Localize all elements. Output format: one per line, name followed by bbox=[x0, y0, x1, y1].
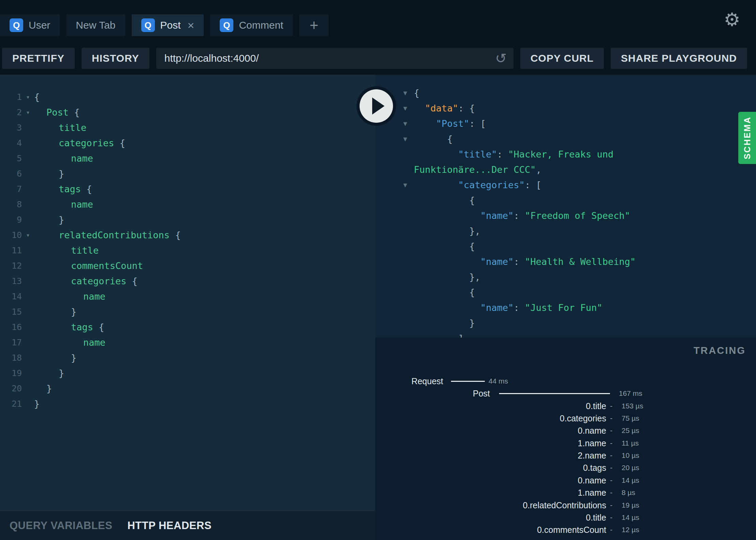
response-line: Funktionäre...Der CCC", bbox=[375, 162, 756, 177]
collapse-arrow-icon[interactable]: ▼ bbox=[403, 116, 407, 131]
copy-curl-button[interactable]: COPY CURL bbox=[520, 48, 604, 69]
code-token: { bbox=[74, 107, 79, 118]
line-number: 4 bbox=[0, 135, 22, 151]
tracing-row-label: 0.title bbox=[375, 400, 606, 412]
tracing-row-label: 1.name bbox=[375, 437, 606, 449]
code-text: } bbox=[34, 350, 76, 365]
history-button[interactable]: HISTORY bbox=[82, 48, 149, 69]
code-token: : [ bbox=[525, 180, 541, 190]
fold-gutter bbox=[22, 350, 34, 365]
code-token: categories bbox=[71, 276, 132, 286]
fold-arrow-icon[interactable]: ▾ bbox=[22, 105, 34, 120]
response-line: ▼ "Post": [ bbox=[375, 116, 756, 131]
fold-gutter bbox=[22, 120, 34, 135]
fold-arrow-icon[interactable]: ▾ bbox=[22, 227, 34, 243]
code-token: { bbox=[132, 276, 137, 286]
code-token: { bbox=[86, 184, 92, 194]
collapse-arrow-icon[interactable]: ▼ bbox=[403, 101, 407, 116]
query-variables-tab[interactable]: QUERY VARIABLES bbox=[10, 520, 112, 532]
prettify-button[interactable]: PRETTIFY bbox=[2, 48, 75, 69]
fold-gutter bbox=[22, 304, 34, 319]
tab-new-tab[interactable]: New Tab bbox=[66, 14, 125, 36]
tracing-row-label: 0.title bbox=[375, 511, 606, 524]
code-text: { bbox=[34, 89, 40, 105]
response-line: { bbox=[375, 285, 756, 300]
tracing-row-time: 167 ms bbox=[619, 387, 642, 400]
response-line: { bbox=[375, 193, 756, 208]
code-token: categories bbox=[59, 138, 120, 148]
fold-arrow-icon[interactable]: ▾ bbox=[22, 89, 34, 105]
code-text: relatedContributions { bbox=[34, 227, 181, 243]
play-icon bbox=[356, 86, 397, 126]
fold-gutter bbox=[22, 258, 34, 273]
code-token: ], bbox=[414, 333, 469, 338]
http-headers-tab[interactable]: HTTP HEADERS bbox=[127, 520, 212, 532]
code-token: name bbox=[83, 291, 105, 302]
close-tab-icon[interactable]: × bbox=[188, 19, 194, 31]
collapse-arrow-icon[interactable]: ▼ bbox=[403, 131, 407, 147]
editor-line: 7tags { bbox=[0, 181, 375, 197]
response-lines: ▼{▼ "data": {▼ "Post": [▼ { "title": "Ha… bbox=[375, 85, 756, 338]
code-token: { bbox=[414, 241, 475, 252]
code-token: { bbox=[414, 195, 475, 206]
editor-line: 4categories { bbox=[0, 135, 375, 151]
share-playground-button[interactable]: SHARE PLAYGROUND bbox=[611, 48, 747, 69]
tab-comment[interactable]: QComment bbox=[210, 14, 293, 36]
collapse-arrow-icon[interactable]: ▼ bbox=[403, 85, 407, 101]
settings-gear-icon[interactable]: ⚙ bbox=[724, 10, 740, 29]
code-token: name bbox=[71, 199, 93, 210]
tracing-row: Request44 ms bbox=[375, 375, 756, 387]
code-text: categories { bbox=[34, 273, 137, 289]
code-token: } bbox=[71, 352, 76, 363]
line-number: 20 bbox=[0, 381, 22, 396]
code-text: } bbox=[34, 396, 40, 411]
code-token bbox=[414, 210, 480, 221]
editor-line: 8name bbox=[0, 197, 375, 212]
query-editor[interactable]: 1▾{2▾Post {3title4categories {5name6}7ta… bbox=[0, 75, 375, 511]
code-text: } bbox=[34, 212, 64, 227]
code-token: { bbox=[414, 287, 475, 298]
code-token: { bbox=[175, 230, 180, 240]
response-line: }, bbox=[375, 269, 756, 285]
execute-query-button[interactable] bbox=[356, 86, 397, 126]
code-token: relatedContributions bbox=[59, 230, 175, 240]
code-token: title bbox=[71, 245, 99, 256]
collapse-arrow-icon[interactable]: ▼ bbox=[403, 177, 407, 193]
code-token: : { bbox=[458, 103, 475, 114]
graphql-playground: QUserNew TabQPost×QComment + ⚙ PRETTIFY … bbox=[0, 0, 756, 540]
code-token: } bbox=[59, 368, 64, 378]
reload-schema-icon[interactable]: ↺ bbox=[495, 51, 507, 65]
line-number: 15 bbox=[0, 304, 22, 319]
tracing-row: 1.name-11 µs bbox=[375, 437, 756, 449]
tracing-row-label: 2.name bbox=[375, 449, 606, 462]
endpoint-url-input[interactable] bbox=[156, 48, 513, 69]
fold-gutter bbox=[22, 273, 34, 289]
editor-line: 2▾Post { bbox=[0, 105, 375, 120]
code-token: } bbox=[46, 383, 52, 394]
tracing-row: 0.title-153 µs bbox=[375, 400, 756, 412]
tracing-duration-bar bbox=[451, 381, 485, 382]
code-token: : bbox=[497, 149, 508, 160]
query-editor-lines: 1▾{2▾Post {3title4categories {5name6}7ta… bbox=[0, 75, 375, 411]
new-tab-button[interactable]: + bbox=[299, 14, 329, 36]
tracing-row-time: 10 µs bbox=[622, 449, 639, 462]
tracing-row-label: 0.relatedContributions bbox=[375, 499, 606, 511]
editor-line: 3title bbox=[0, 120, 375, 135]
code-token: { bbox=[99, 322, 104, 332]
tracing-row-time: 8 µs bbox=[622, 486, 635, 499]
line-number: 8 bbox=[0, 197, 22, 212]
fold-gutter bbox=[22, 181, 34, 197]
code-token: "Post" bbox=[436, 118, 469, 129]
tab-user[interactable]: QUser bbox=[0, 14, 60, 36]
endpoint-url-bar: ↺ bbox=[156, 48, 513, 69]
fold-gutter bbox=[22, 151, 34, 166]
tab-post[interactable]: QPost× bbox=[132, 14, 204, 36]
code-text: } bbox=[34, 381, 52, 396]
fold-gutter bbox=[22, 396, 34, 411]
tracing-row-label: Post bbox=[375, 387, 490, 400]
response-line: ▼ { bbox=[375, 131, 756, 147]
code-token: name bbox=[83, 337, 105, 348]
response-line: "name": "Just For Fun" bbox=[375, 300, 756, 315]
line-number: 14 bbox=[0, 289, 22, 304]
schema-tab[interactable]: SCHEMA bbox=[738, 112, 756, 164]
